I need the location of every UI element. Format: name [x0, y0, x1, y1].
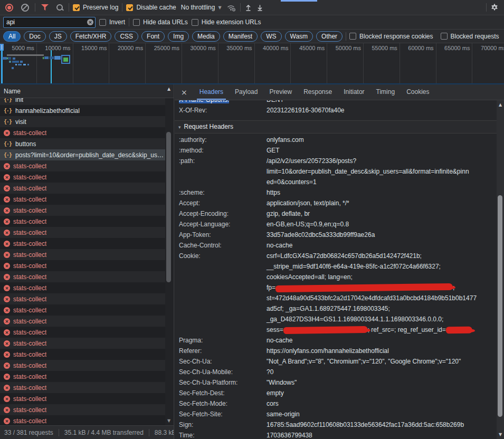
triangle-down-icon: ▾ [178, 125, 181, 130]
request-row[interactable]: ×stats-collect [0, 171, 165, 183]
tab-response[interactable]: Response [298, 84, 338, 100]
tab-timing[interactable]: Timing [370, 84, 401, 100]
tab-preview[interactable]: Preview [263, 84, 298, 100]
scroll-up-icon[interactable]: ▲ [497, 102, 504, 107]
scrollbar-thumb[interactable] [498, 195, 502, 417]
filter-chip-wasm[interactable]: Wasm [285, 31, 313, 42]
request-row[interactable]: {}posts?limit=10&order=publish_date_desc… [0, 149, 165, 160]
waterfall-bar [12, 67, 14, 69]
invert-checkbox[interactable]: Invert [99, 18, 125, 26]
checkbox-blocked-response-cookies[interactable]: Blocked response cookies [349, 33, 433, 40]
filter-chip-js[interactable]: JS [49, 31, 67, 42]
search-button[interactable] [54, 3, 65, 12]
checkbox-icon [192, 19, 198, 26]
filter-chip-other[interactable]: Other [316, 31, 343, 42]
hide-extension-urls-label: Hide extension URLs [202, 18, 261, 26]
request-row[interactable]: ×stats-collect [0, 127, 165, 138]
scrollbar-thumb[interactable] [166, 132, 171, 282]
throttling-value: No throttling [181, 4, 215, 11]
request-row[interactable]: ×stats-collect [0, 183, 165, 194]
settings-gear-icon[interactable] [490, 3, 501, 12]
request-row[interactable]: ×stats-collect [0, 282, 165, 293]
request-name: stats-collect [13, 163, 46, 170]
network-conditions-icon[interactable] [226, 4, 236, 12]
close-panel-button[interactable]: × [175, 84, 194, 100]
filter-chip-all[interactable]: All [3, 31, 21, 42]
section-header-request-headers[interactable]: ▾Request Headers [175, 120, 497, 133]
request-row[interactable]: ×stats-collect [0, 205, 165, 216]
filter-chip-manifest[interactable]: Manifest [223, 31, 258, 42]
request-row[interactable]: ×stats-collect [0, 160, 165, 171]
hide-extension-urls-checkbox[interactable]: Hide extension URLs [192, 18, 261, 26]
clear-filter-icon[interactable]: × [87, 19, 93, 25]
timeline-overview[interactable]: 5000 ms10000 ms15000 ms20000 ms25000 ms3… [0, 43, 504, 84]
filter-toggle-button[interactable] [39, 3, 51, 12]
request-row[interactable]: ×stats-collect [0, 227, 165, 238]
checkbox-blocked-requests[interactable]: Blocked requests [441, 33, 499, 40]
status-item: 33 / 381 requests [4, 429, 53, 436]
import-har-icon[interactable] [244, 4, 252, 12]
tab-cookies[interactable]: Cookies [401, 84, 435, 100]
header-value: gzip, deflate, br [267, 208, 497, 219]
tab-headers[interactable]: Headers [194, 84, 229, 100]
request-error-icon: × [4, 418, 10, 424]
status-divider [149, 429, 149, 436]
tab-initiator[interactable]: Initiator [338, 84, 370, 100]
network-filter-input[interactable] [3, 17, 96, 28]
request-row[interactable]: ×stats-collect [0, 338, 165, 349]
request-list-scrollbar[interactable]: ▲ ▼ [165, 84, 173, 425]
scroll-down-icon[interactable]: ▼ [497, 432, 504, 437]
request-row[interactable]: {}buttons [0, 138, 165, 149]
header-name: Sec-Ch-Ua-Platform: [179, 377, 267, 388]
request-row[interactable]: ×stats-collect [0, 260, 165, 271]
tab-payload[interactable]: Payload [229, 84, 263, 100]
filter-chip-ws[interactable]: WS [261, 31, 281, 42]
filter-chip-font[interactable]: Font [141, 31, 165, 42]
request-row[interactable]: ×stats-collect [0, 371, 165, 382]
headers-scrollbar[interactable]: ▲ ▼ [497, 100, 504, 439]
record-button[interactable] [3, 3, 15, 13]
filter-bar: × Invert Hide data URLs Hide extension U… [0, 15, 504, 30]
waterfall-bar [13, 58, 15, 60]
request-row[interactable]: ×stats-collect [0, 271, 165, 282]
filter-chip-fetch-xhr[interactable]: Fetch/XHR [70, 31, 112, 42]
filter-chip-doc[interactable]: Doc [24, 31, 45, 42]
header-row: Accept-Language:en-GB,en-US;q=0.9,en;q=0… [175, 219, 497, 230]
hide-data-urls-checkbox[interactable]: Hide data URLs [133, 18, 188, 26]
header-row: Sec-Ch-Ua:"Not_A Brand";v="8", "Chromium… [175, 356, 497, 367]
request-row[interactable]: {}visit [0, 116, 165, 127]
throttling-select[interactable]: No throttling ▼ [180, 4, 223, 11]
request-row[interactable]: ×stats-collect [0, 404, 165, 415]
request-row[interactable]: ×stats-collect [0, 194, 165, 205]
request-row[interactable]: ×stats-collect [0, 349, 165, 360]
name-column-header[interactable]: Name [0, 84, 174, 98]
disable-cache-checkbox[interactable]: Disable cache [126, 4, 176, 11]
request-row[interactable]: ×stats-collect [0, 393, 165, 404]
header-value: "Windows" [267, 377, 497, 388]
filter-chip-css[interactable]: CSS [115, 31, 138, 42]
request-row[interactable]: ×stats-collect [0, 293, 165, 304]
clear-button[interactable] [19, 3, 31, 13]
request-row[interactable]: {}init [0, 98, 165, 105]
request-row[interactable]: ×stats-collect [0, 382, 165, 393]
scroll-up-icon[interactable]: ▲ [165, 87, 173, 91]
filter-chip-media[interactable]: Media [192, 31, 220, 42]
request-row[interactable]: ×stats-collect [0, 304, 165, 316]
filter-chip-img[interactable]: Img [168, 31, 189, 42]
request-row[interactable]: ×stats-collect [0, 249, 165, 260]
header-row: Cookie:csrf=LdfcGX4Sa72db06824c657db26a5… [175, 251, 497, 335]
request-row[interactable]: ×stats-collect [0, 360, 165, 371]
header-value: application/json, text/plain, */* [267, 198, 497, 208]
request-name: stats-collect [13, 207, 46, 214]
request-row[interactable]: ×stats-collect [0, 238, 165, 249]
waterfall-bar [12, 61, 19, 63]
scroll-down-icon[interactable]: ▼ [165, 418, 173, 423]
export-har-icon[interactable] [256, 4, 264, 12]
request-row[interactable]: ×stats-collect [0, 316, 165, 327]
request-row[interactable]: {}hannahelizabethofficial [0, 105, 165, 116]
preserve-log-checkbox[interactable]: Preserve log [73, 4, 118, 11]
request-row[interactable]: ×stats-collect [0, 415, 165, 425]
header-name: Accept-Language: [179, 219, 267, 230]
request-row[interactable]: ×stats-collect [0, 216, 165, 227]
request-row[interactable]: ×stats-collect [0, 327, 165, 338]
